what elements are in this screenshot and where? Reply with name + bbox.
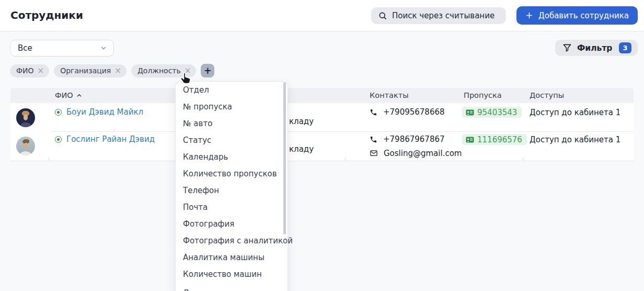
status-active-icon xyxy=(55,136,62,143)
scan-search-label: Поиск через считывание xyxy=(392,11,494,20)
filter-button[interactable]: Фильтр 3 xyxy=(555,40,638,56)
phone-number: +79095678668 xyxy=(383,107,445,117)
close-icon[interactable]: × xyxy=(38,67,44,75)
menu-item-photo[interactable]: Фотография xyxy=(176,216,288,232)
menu-item-photo-analytics[interactable]: Фотография с аналитикой xyxy=(176,232,288,249)
close-icon[interactable]: × xyxy=(185,67,191,75)
avatar xyxy=(16,108,35,127)
access-value: Доступ до кабинета 1 xyxy=(530,135,620,144)
filter-chips-row: ФИО × Организация × Должность × + xyxy=(10,64,214,77)
phone-row: +79095678668 xyxy=(370,107,445,117)
employee-name-link[interactable]: Гослинг Райан Дэвид xyxy=(66,135,155,144)
filter-label: Фильтр xyxy=(577,43,612,53)
table-row[interactable]: Гослинг Райан Дэвид кладу +79867967867 G… xyxy=(10,132,634,161)
status-active-icon xyxy=(55,109,62,116)
top-bar: Сотрудники Поиск через считывание Добави… xyxy=(0,0,644,31)
access-value: Доступ до кабинета 1 xyxy=(530,108,620,117)
filter-chip-label: Должность xyxy=(137,66,181,75)
add-employee-button[interactable]: Добавить сотрудника xyxy=(516,6,638,25)
column-header-access[interactable]: Доступы xyxy=(530,91,564,99)
phone-icon xyxy=(370,136,377,143)
sort-ascending-icon xyxy=(76,93,82,98)
filter-chip-organization[interactable]: Организация × xyxy=(54,64,126,77)
column-header-label: Пропуска xyxy=(464,91,502,99)
pass-badge: 111696576 xyxy=(462,134,527,145)
email-row: Gosling@gmail.com xyxy=(370,149,462,158)
plus-icon xyxy=(525,12,533,19)
plus-icon: + xyxy=(204,65,211,76)
scrollbar-thumb[interactable] xyxy=(283,82,286,234)
menu-item-pass-number[interactable]: № пропуска xyxy=(176,98,288,115)
column-boundary-tick xyxy=(114,129,114,132)
menu-item-otdel[interactable]: Отдел xyxy=(176,82,288,98)
table-bottom-border xyxy=(10,161,634,161)
employee-name-link[interactable]: Боуи Дэвид Майкл xyxy=(66,107,143,117)
column-header-label: Контакты xyxy=(370,91,409,99)
funnel-icon xyxy=(562,43,572,53)
row-divider xyxy=(51,131,634,132)
add-column-chip-button[interactable]: + xyxy=(201,64,214,77)
column-header-passes[interactable]: Пропуска xyxy=(464,91,502,99)
column-boundary-tick xyxy=(417,158,418,161)
filter-chip-label: Организация xyxy=(60,66,111,75)
filter-chip-label: ФИО xyxy=(16,66,34,75)
table-row[interactable]: Боуи Дэвид Майкл кладу +79095678668 954 xyxy=(10,103,634,132)
column-header-label: ФИО xyxy=(55,91,73,99)
pass-number: 95403543 xyxy=(477,108,517,117)
menu-item-phone[interactable]: Телефон xyxy=(176,182,288,199)
phone-number: +79867967867 xyxy=(383,135,445,144)
menu-item-calendar[interactable]: Календарь xyxy=(176,149,288,165)
id-card-icon xyxy=(466,109,474,116)
column-boundary-tick xyxy=(523,158,523,161)
scope-select-value: Все xyxy=(18,43,32,53)
menu-item-access[interactable]: Доступы xyxy=(176,285,288,291)
pass-number: 111696576 xyxy=(477,135,522,144)
menu-item-pass-count[interactable]: Количество пропусков xyxy=(176,165,288,182)
menu-item-mail[interactable]: Почта xyxy=(176,199,288,216)
email-icon xyxy=(370,150,378,157)
column-header-label: Доступы xyxy=(530,91,564,99)
filter-count-badge: 3 xyxy=(619,42,631,53)
table-header-row: ФИО Контакты Пропуска Доступы xyxy=(10,88,634,103)
column-options-list: Отдел № пропуска № авто Статус Календарь… xyxy=(176,82,288,291)
close-icon[interactable]: × xyxy=(114,67,121,75)
obscured-cell-text: кладу xyxy=(289,144,314,154)
id-card-icon xyxy=(466,137,474,143)
phone-row: +79867967867 xyxy=(370,135,445,144)
scan-search-button[interactable]: Поиск через считывание xyxy=(371,7,506,24)
menu-item-car-analytics[interactable]: Аналитика машины xyxy=(176,249,288,266)
page-title: Сотрудники xyxy=(10,9,83,21)
column-header-fio[interactable]: ФИО xyxy=(55,91,82,99)
obscured-cell-text: кладу xyxy=(289,117,314,126)
chevron-down-icon xyxy=(100,44,107,52)
menu-item-car-count[interactable]: Количество машин xyxy=(176,266,288,283)
email-address: Gosling@gmail.com xyxy=(384,149,462,158)
search-icon xyxy=(378,11,387,20)
add-employee-label: Добавить сотрудника xyxy=(538,11,629,20)
column-boundary-tick xyxy=(345,158,346,161)
menu-item-status[interactable]: Статус xyxy=(176,132,288,149)
employees-page: Сотрудники Поиск через считывание Добави… xyxy=(0,0,644,291)
pass-badge: 95403543 xyxy=(462,107,522,118)
scope-select[interactable]: Все xyxy=(10,40,114,57)
avatar xyxy=(16,137,35,155)
filter-chip-position[interactable]: Должность × xyxy=(131,64,196,77)
add-column-dropdown-menu: Отдел № пропуска № авто Статус Календарь… xyxy=(175,81,288,291)
phone-icon xyxy=(370,108,377,116)
filter-chip-fio[interactable]: ФИО × xyxy=(10,64,49,77)
menu-item-auto-number[interactable]: № авто xyxy=(176,115,288,132)
column-header-contacts[interactable]: Контакты xyxy=(370,91,409,99)
column-boundary-tick xyxy=(49,158,49,161)
